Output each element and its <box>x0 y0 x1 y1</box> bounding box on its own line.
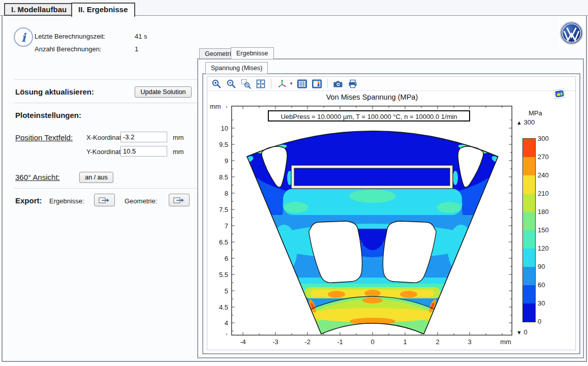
export-icon <box>173 196 185 204</box>
plot-settings-heading: Ploteinstellungen: <box>15 111 81 119</box>
svg-text:6.5: 6.5 <box>219 238 228 246</box>
main-tab-strip: I. Modellaufbau II. Ergebnisse <box>0 0 588 16</box>
color-legend-icon[interactable] <box>311 78 323 89</box>
legend-max: ▲ 300 <box>516 118 535 126</box>
svg-text:7: 7 <box>225 222 228 230</box>
graphics-toolbar: ▼ <box>207 77 575 91</box>
tab-spannung-mises[interactable]: Spannung (Mises) <box>205 62 268 74</box>
color-band <box>523 194 535 212</box>
legend-tick: 270 <box>538 153 549 161</box>
svg-text:0: 0 <box>370 338 374 346</box>
legend-tick: 150 <box>538 226 549 234</box>
divider <box>14 188 198 189</box>
legend-unit: MPa <box>529 109 542 117</box>
plot-thumbnail-icon[interactable] <box>553 87 566 103</box>
svg-text:-3: -3 <box>272 338 278 346</box>
color-scale-bar <box>522 138 536 322</box>
toolbar-separator <box>327 79 328 88</box>
view-dropdown-caret[interactable]: ▼ <box>289 81 293 86</box>
divider <box>14 103 198 103</box>
vw-logo <box>559 18 584 47</box>
plot-annotation: UebPress = 10.0000 µm, T = 100.000 °C, n… <box>268 110 470 121</box>
zoom-box-icon[interactable] <box>240 78 252 89</box>
legend-tick: 120 <box>538 245 549 252</box>
color-band <box>523 157 535 175</box>
magnet-slot <box>291 165 453 189</box>
go-to-view-icon[interactable] <box>276 78 288 89</box>
y-coordinate-input[interactable] <box>120 146 167 157</box>
zoom-out-icon[interactable] <box>225 78 237 89</box>
plot-title: Von Mises Spannung (MPa) <box>326 93 418 101</box>
svg-text:9.5: 9.5 <box>219 141 228 148</box>
view-360-label: 360° Ansicht: <box>15 173 60 181</box>
svg-text:1: 1 <box>403 338 407 346</box>
calc-count-label: Anzahl Berechnungen: <box>35 45 102 53</box>
position-textfield-label: Position Textfeld: <box>15 133 73 142</box>
svg-text:8: 8 <box>225 190 228 197</box>
zoom-in-icon[interactable] <box>210 78 222 89</box>
update-solution-button[interactable]: Update Solution <box>135 86 192 98</box>
application-window: I. Modellaufbau II. Ergebnisse i Letzte … <box>0 0 588 366</box>
svg-text:-1: -1 <box>337 338 343 346</box>
snapshot-icon[interactable] <box>332 78 344 89</box>
export-heading: Export: <box>15 196 42 205</box>
color-band <box>523 249 535 267</box>
calc-time-value: 41 s <box>135 33 147 40</box>
export-results-label: Ergebnisse: <box>49 197 84 205</box>
y-unit-label: mm <box>173 148 184 156</box>
zoom-extents-icon[interactable] <box>255 78 266 89</box>
legend-tick: 180 <box>538 208 549 216</box>
color-band <box>523 139 535 157</box>
tab-modellaufbau[interactable]: I. Modellaufbau <box>4 3 74 16</box>
legend-tick: 0 <box>538 318 541 325</box>
export-geometry-label: Geometrie: <box>125 197 157 205</box>
y-axis-unit: mm <box>210 103 221 110</box>
triangle-up-icon: ▲ <box>516 119 522 126</box>
svg-text:2: 2 <box>436 338 439 346</box>
color-band <box>523 285 535 303</box>
calc-count-value: 1 <box>135 45 138 53</box>
divider <box>14 79 198 80</box>
info-icon: i <box>14 27 33 47</box>
print-icon[interactable] <box>347 78 359 89</box>
svg-text:3: 3 <box>468 338 471 346</box>
toolbar-separator <box>271 79 271 88</box>
svg-text:4.5: 4.5 <box>219 303 228 311</box>
legend-tick: 90 <box>538 263 545 270</box>
triangle-down-icon: ▼ <box>516 329 522 336</box>
tab-ergebnisse[interactable]: II. Ergebnisse <box>71 3 135 17</box>
color-band <box>523 267 535 285</box>
legend-tick: 240 <box>538 171 549 179</box>
color-band <box>523 230 535 249</box>
export-geometry-button[interactable] <box>169 194 190 206</box>
legend-min: ▼ 0 <box>516 328 528 336</box>
x-axis-unit: mm <box>500 338 511 346</box>
x-unit-label: mm <box>173 134 184 141</box>
svg-text:9: 9 <box>225 157 228 165</box>
svg-text:-4: -4 <box>240 338 246 346</box>
tab-ergebnisse-plot[interactable]: Ergebnisse <box>231 47 274 59</box>
grid-icon[interactable] <box>296 78 308 89</box>
svg-text:8.5: 8.5 <box>219 173 228 181</box>
color-band <box>523 303 535 322</box>
export-icon <box>99 196 111 204</box>
legend-tick: 300 <box>538 135 549 142</box>
view-360-toggle-button[interactable]: an / aus <box>79 172 113 183</box>
color-band <box>523 212 535 230</box>
svg-text:7.5: 7.5 <box>219 206 228 214</box>
x-coordinate-input[interactable] <box>120 132 167 142</box>
calc-time-label: Letzte Berechnungszeit: <box>35 33 105 40</box>
export-results-button[interactable] <box>94 194 115 206</box>
svg-text:5: 5 <box>225 287 228 295</box>
svg-text:-2: -2 <box>304 338 311 346</box>
svg-text:4: 4 <box>225 319 228 327</box>
svg-text:6: 6 <box>225 255 228 262</box>
color-band <box>523 175 535 194</box>
legend-tick: 60 <box>538 281 545 289</box>
svg-text:5.5: 5.5 <box>219 271 228 279</box>
legend-tick: 210 <box>538 190 549 197</box>
update-solution-label: Lösung aktualisieren: <box>15 87 94 96</box>
svg-text:10: 10 <box>221 125 228 132</box>
legend-tick: 30 <box>538 299 545 307</box>
